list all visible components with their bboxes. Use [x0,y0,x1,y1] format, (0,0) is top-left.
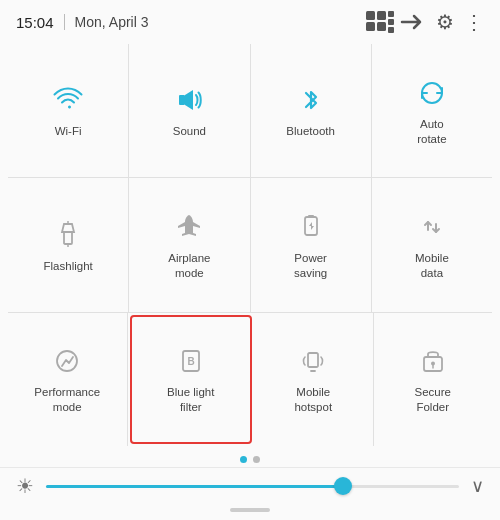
pagination-dots [0,450,500,467]
airplane-icon [171,209,207,245]
brightness-fill [46,485,343,488]
dot-2 [253,456,260,463]
brand-logo [366,11,426,33]
dot-1 [240,456,247,463]
grid-row-3: Performancemode B Blue lightfilter [8,313,492,446]
powersaving-label: Powersaving [294,251,327,281]
svg-rect-3 [377,22,386,31]
tile-powersaving[interactable]: Powersaving [251,178,372,311]
svg-marker-8 [62,224,74,232]
airplane-label: Airplanemode [168,251,210,281]
powersaving-icon [293,209,329,245]
brightness-thumb[interactable] [334,477,352,495]
tile-sound[interactable]: Sound [129,44,250,177]
sound-icon [171,82,207,118]
svg-rect-9 [64,232,72,244]
status-action-icons: ⚙ ⋮ [436,10,484,34]
tile-autorotate[interactable]: Autorotate [372,44,492,177]
autorotate-label: Autorotate [417,117,446,147]
tile-mobilehotspot[interactable]: Mobilehotspot [254,313,374,446]
svg-rect-4 [388,11,394,17]
mobiledata-label: Mobiledata [415,251,449,281]
bluetooth-label: Bluetooth [286,124,335,139]
expand-icon[interactable]: ∨ [471,475,484,497]
securefolder-label: SecureFolder [415,385,451,415]
status-bar: 15:04 Mon, April 3 ⚙ ⋮ [0,0,500,40]
svg-text:B: B [187,356,194,367]
quick-settings-panel: 15:04 Mon, April 3 ⚙ ⋮ [0,0,500,520]
tile-securefolder[interactable]: SecureFolder [374,313,493,446]
tile-mobiledata[interactable]: Mobiledata [372,178,492,311]
autorotate-icon [414,75,450,111]
tile-bluelightfilter[interactable]: B Blue lightfilter [130,315,253,444]
svg-rect-7 [179,95,185,105]
svg-rect-6 [388,27,394,33]
tile-bluetooth[interactable]: Bluetooth [251,44,372,177]
flashlight-icon [50,217,86,253]
svg-rect-0 [366,11,375,20]
quick-tiles-grid: Wi-Fi Sound [0,40,500,450]
sound-label: Sound [173,124,206,139]
performancemode-icon [49,343,85,379]
brightness-control[interactable]: ☀ ∨ [0,467,500,504]
tile-wifi[interactable]: Wi-Fi [8,44,129,177]
status-date: Mon, April 3 [75,14,366,30]
brightness-icon: ☀ [16,474,34,498]
status-time: 15:04 [16,14,54,31]
bluelightfilter-icon: B [173,343,209,379]
grid-row-1: Wi-Fi Sound [8,44,492,178]
brand-icon [366,11,394,33]
tile-flashlight[interactable]: Flashlight [8,178,129,311]
mobilehotspot-icon [295,343,331,379]
svg-rect-1 [377,11,386,20]
wifi-label: Wi-Fi [55,124,82,139]
svg-rect-14 [308,215,314,218]
mobilehotspot-label: Mobilehotspot [294,385,332,415]
handle-bar [230,508,270,512]
mobiledata-icon [414,209,450,245]
wifi-icon [50,82,86,118]
settings-icon[interactable]: ⚙ [436,10,454,34]
menu-icon[interactable]: ⋮ [464,10,484,34]
tile-airplane[interactable]: Airplanemode [129,178,250,311]
bluelightfilter-label: Blue lightfilter [167,385,214,415]
bluetooth-icon [293,82,329,118]
securefolder-icon [415,343,451,379]
flashlight-label: Flashlight [44,259,93,274]
tile-performancemode[interactable]: Performancemode [8,313,128,446]
brightness-track[interactable] [46,485,459,488]
status-divider [64,14,65,30]
svg-rect-5 [388,19,394,25]
arrow-icon [398,11,426,33]
performancemode-label: Performancemode [34,385,100,415]
svg-rect-18 [308,353,318,367]
grid-row-2: Flashlight Airplanemode [8,178,492,312]
svg-rect-2 [366,22,375,31]
bottom-handle [0,504,500,520]
